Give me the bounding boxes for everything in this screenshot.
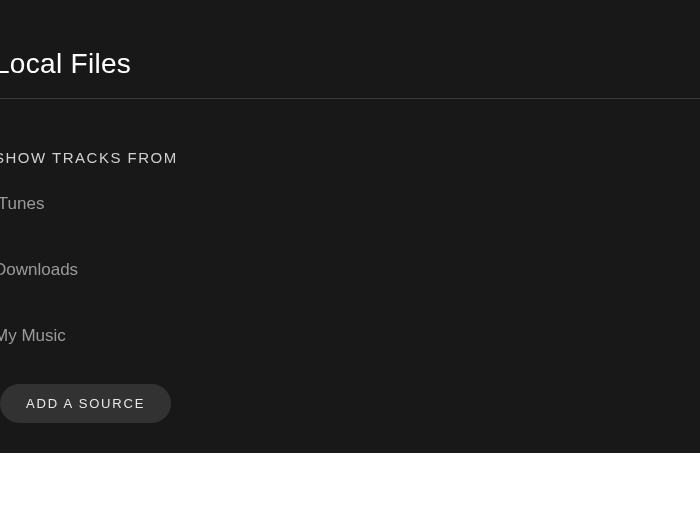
section-header: SHOW TRACKS FROM (0, 99, 700, 194)
local-files-panel: Local Files SHOW TRACKS FROM iTunes Down… (0, 0, 700, 453)
add-source-button[interactable]: ADD A SOURCE (0, 384, 171, 423)
source-item-itunes[interactable]: iTunes (0, 194, 700, 260)
source-item-downloads[interactable]: Downloads (0, 260, 700, 326)
source-item-mymusic[interactable]: My Music (0, 326, 700, 392)
page-title: Local Files (0, 0, 700, 98)
